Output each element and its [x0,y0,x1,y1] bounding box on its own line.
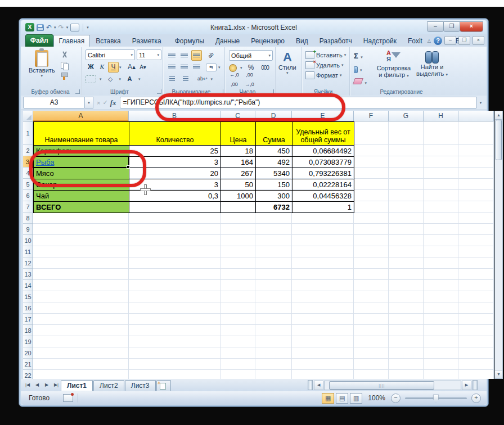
name-box[interactable]: A3 [23,97,85,108]
customize-qat-icon[interactable]: ▾ [87,25,89,30]
vertical-scrollbar[interactable]: ▲ ▼ [494,111,503,379]
empty-cell[interactable] [292,314,354,325]
cell-A6[interactable]: Чай [34,191,129,202]
empty-cell[interactable] [424,336,458,347]
number-format-combo[interactable]: Общий ▾ [229,50,273,61]
empty-cell[interactable] [33,224,129,235]
cell-E4[interactable]: 0,793226381 [292,168,354,179]
empty-cell[interactable] [292,257,354,269]
empty-cell[interactable] [424,213,458,224]
empty-cell[interactable] [292,370,354,379]
tab-file[interactable]: Файл [25,34,53,47]
find-select-button[interactable]: Найти и выделить ▾ [415,50,449,77]
cell-B1[interactable]: Количество [129,122,221,146]
underline-dropdown-icon[interactable]: ▾ [119,65,122,70]
empty-cell[interactable] [292,336,354,347]
empty-cell[interactable] [389,235,424,246]
empty-cell[interactable] [129,235,220,246]
prev-sheet-icon[interactable]: ◀ [33,381,42,390]
sheet-tab-list1[interactable]: Лист1 [61,380,93,391]
hscroll-resize-splitter[interactable] [472,380,478,390]
empty-cell[interactable] [389,190,424,201]
empty-cell[interactable] [458,325,494,336]
fill-button[interactable]: ↓ ▾ [354,64,367,74]
last-sheet-icon[interactable]: ▶| [52,381,61,390]
align-left-icon[interactable] [166,62,177,73]
empty-cell[interactable] [424,179,458,190]
row-header-19[interactable]: 19 [23,336,33,347]
empty-cell[interactable] [33,370,129,379]
empty-cell[interactable] [220,325,255,336]
copy-icon[interactable] [60,61,69,69]
row-header-7[interactable]: 7 [23,201,33,213]
cell-C2[interactable]: 18 [221,146,256,157]
empty-cell[interactable] [354,246,389,257]
empty-cell[interactable] [33,347,129,359]
empty-cell[interactable] [389,257,424,269]
empty-cell[interactable] [292,359,354,370]
row-header-9[interactable]: 9 [23,224,33,235]
comma-style-button[interactable]: 000 [260,62,271,73]
merge-center-icon[interactable]: ⇆ [206,64,217,71]
insert-worksheet-icon[interactable] [156,380,171,391]
cut-icon[interactable] [60,51,69,58]
expand-formula-bar-icon[interactable]: ▾ [477,101,484,105]
empty-cell[interactable] [292,224,354,235]
zoom-out-icon[interactable]: − [391,394,400,403]
column-header-A[interactable]: A [33,111,129,121]
empty-cell[interactable] [129,269,220,280]
empty-cell[interactable] [33,246,129,257]
empty-cell[interactable] [458,168,494,179]
row-header-6[interactable]: 6 [23,190,33,201]
zoom-slider[interactable] [405,397,467,399]
empty-cell[interactable] [255,359,292,370]
empty-cell[interactable] [424,314,458,325]
empty-cell[interactable] [33,235,129,246]
empty-cell[interactable] [220,336,255,347]
empty-cell[interactable] [354,336,389,347]
font-size-combo[interactable]: 11 ▾ [137,49,161,60]
empty-cell[interactable] [424,280,458,291]
accounting-dropdown-icon[interactable]: ▾ [240,66,242,70]
empty-cell[interactable] [424,359,458,370]
empty-cell[interactable] [129,302,220,314]
empty-cell[interactable] [33,257,129,269]
empty-cell[interactable] [33,302,129,314]
empty-cell[interactable] [354,302,389,314]
row-header-13[interactable]: 13 [23,269,33,280]
format-painter-icon[interactable] [60,72,69,80]
bold-button[interactable]: Ж [86,62,96,73]
empty-cell[interactable] [354,314,389,325]
column-header-F[interactable]: F [354,111,389,121]
orientation-icon[interactable]: ab [206,50,217,61]
empty-cell[interactable] [255,314,292,325]
cancel-icon[interactable]: × [97,100,100,106]
empty-cell[interactable] [389,145,424,156]
empty-cell[interactable] [292,246,354,257]
align-bottom-icon[interactable] [191,50,202,61]
macro-record-icon[interactable] [63,394,73,402]
row-header-10[interactable]: 10 [23,235,33,246]
first-sheet-icon[interactable]: |◀ [23,381,32,390]
cell-D2[interactable]: 450 [256,146,292,157]
hscroll-left-icon[interactable]: ◀ [314,381,323,390]
empty-cell[interactable] [220,257,255,269]
select-all-corner[interactable] [23,111,33,121]
empty-cell[interactable] [129,370,220,379]
empty-cell[interactable] [292,302,354,314]
column-header-H[interactable]: H [424,111,458,121]
empty-cell[interactable] [458,121,494,145]
empty-cell[interactable] [220,269,255,280]
insert-function-icon[interactable]: fx [110,98,116,107]
empty-cell[interactable] [255,291,292,302]
empty-cell[interactable] [33,280,129,291]
cell-C5[interactable]: 50 [221,179,256,191]
cell-E2[interactable]: 0,06684492 [292,146,354,157]
empty-cell[interactable] [424,145,458,156]
empty-cell[interactable] [354,325,389,336]
sort-filter-button[interactable]: АЯ Сортировка и фильтр ▾ [375,50,412,78]
autosum-button[interactable]: Σ ▾ [354,51,367,61]
empty-cell[interactable] [424,168,458,179]
workbook-minimize-button[interactable]: – [444,36,456,45]
align-center-icon[interactable] [179,62,190,73]
